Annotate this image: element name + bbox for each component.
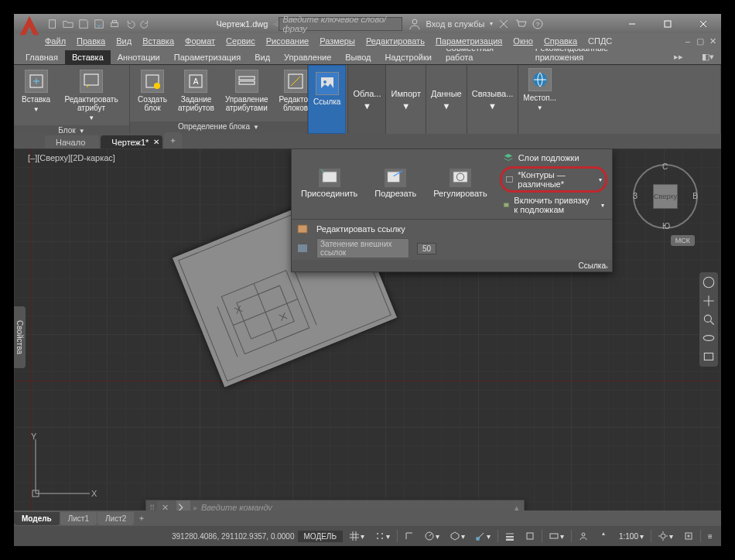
insert-block-button[interactable]: Вставка▼: [17, 67, 55, 125]
create-block-button[interactable]: Создать блок: [133, 67, 172, 121]
ref-link-tab[interactable]: Связыва...▼: [467, 65, 518, 134]
status-annoscale-icon[interactable]: [595, 530, 612, 542]
frames-vary-button[interactable]: *Контуры — различные* ▾: [500, 166, 607, 193]
menu-draw[interactable]: Рисование: [262, 35, 313, 47]
viewcube-w[interactable]: З: [633, 192, 638, 200]
user-icon[interactable]: [409, 18, 421, 30]
status-tpy-icon[interactable]: [521, 530, 538, 542]
menu-insert[interactable]: Вставка: [138, 35, 179, 47]
nav-orbit-icon[interactable]: [702, 331, 716, 345]
qat-save-icon[interactable]: [77, 18, 90, 30]
mdi-minimize-icon[interactable]: –: [682, 36, 693, 46]
reference-button[interactable]: Ссылка: [308, 65, 346, 134]
status-snap-icon[interactable]: ▾: [371, 530, 394, 542]
viewcube-n[interactable]: С: [662, 162, 668, 171]
menu-modify[interactable]: Редактировать: [361, 35, 429, 47]
xref-fade-value[interactable]: 50: [417, 243, 436, 254]
status-customize-icon[interactable]: ≡: [704, 531, 716, 542]
snap-underlay-button[interactable]: Включить привязку к подложкам ▾: [500, 194, 607, 216]
menu-dim[interactable]: Размеры: [315, 35, 360, 47]
wcs-badge[interactable]: МСК: [671, 235, 695, 246]
qat-saveas-icon[interactable]: [93, 18, 105, 30]
status-coords[interactable]: 391280.4086, 291102.9357, 0.0000: [172, 532, 295, 541]
tab-view[interactable]: Вид: [248, 50, 277, 64]
mdi-restore-icon[interactable]: ▢: [695, 36, 706, 46]
ribbon-expand-icon[interactable]: ◧▾: [695, 50, 721, 64]
menu-param[interactable]: Параметризация: [431, 35, 507, 47]
edit-reference-button[interactable]: Редактировать ссылку: [316, 224, 405, 234]
panel-blockdef-title[interactable]: Определение блока▼: [130, 121, 307, 134]
tab-output[interactable]: Вывод: [338, 50, 378, 64]
reference-panel-title[interactable]: Ссылка↘: [292, 260, 612, 271]
signin-link[interactable]: Вход в службы: [426, 19, 484, 29]
tab-insert[interactable]: Вставка: [65, 50, 111, 64]
status-lwt-icon[interactable]: [501, 530, 518, 542]
status-iso-icon[interactable]: ▾: [446, 530, 469, 542]
minimize-button[interactable]: [614, 14, 650, 33]
manage-attrs-button[interactable]: Управление атрибутами: [220, 67, 273, 121]
status-plus-icon[interactable]: [680, 530, 697, 542]
app-logo[interactable]: [19, 15, 40, 36]
status-model-button[interactable]: МОДЕЛЬ: [298, 531, 343, 542]
status-ortho-icon[interactable]: [401, 530, 418, 542]
help-icon[interactable]: ?: [532, 18, 544, 30]
viewcube[interactable]: Сверху С Ю В З: [633, 164, 698, 229]
adjust-button[interactable]: Регулировать: [429, 166, 491, 201]
location-button[interactable]: Местоп...▼: [518, 65, 561, 134]
close-button[interactable]: [685, 14, 721, 33]
edit-attribute-button[interactable]: Редактировать атрибут▼: [56, 67, 126, 125]
nav-pan-icon[interactable]: [702, 294, 716, 308]
menu-view[interactable]: Вид: [111, 35, 136, 47]
tab-manage[interactable]: Управление: [277, 50, 338, 64]
status-scale[interactable]: 1:100▾: [615, 531, 648, 542]
menu-file[interactable]: Файл: [40, 35, 70, 47]
maximize-button[interactable]: [650, 14, 685, 33]
layout-tab-add[interactable]: ＋: [135, 513, 149, 524]
clip-button[interactable]: Подрезать: [370, 166, 421, 201]
ribbon-play-icon[interactable]: ▸▸: [667, 50, 690, 64]
qat-undo-icon[interactable]: [124, 18, 136, 30]
status-polar-icon[interactable]: ▾: [421, 530, 443, 542]
viewcube-s[interactable]: Ю: [662, 222, 670, 230]
qat-redo-icon[interactable]: [139, 18, 152, 30]
qat-print-icon[interactable]: [108, 18, 121, 30]
menu-help[interactable]: Справка: [539, 35, 582, 47]
properties-palette-tab[interactable]: Свойства: [14, 306, 26, 368]
doctab-start[interactable]: Начало: [45, 135, 99, 149]
layout-tab-sheet2[interactable]: Лист2: [97, 512, 134, 525]
viewport-label[interactable]: [–][Сверху][2D-каркас]: [28, 153, 115, 162]
ref-import-tab[interactable]: Импорт▼: [385, 65, 425, 134]
tab-annotate[interactable]: Аннотации: [111, 50, 167, 64]
status-qp-icon[interactable]: ▾: [545, 530, 568, 542]
define-attrs-button[interactable]: AЗадание атрибутов: [173, 67, 219, 121]
tab-param[interactable]: Параметризация: [167, 50, 248, 64]
tab-home[interactable]: Главная: [19, 50, 65, 64]
mdi-close-icon[interactable]: ✕: [707, 36, 718, 46]
underlay-layers-button[interactable]: Слои подложки: [500, 151, 607, 165]
search-input[interactable]: Введите ключевое слово/фразу: [279, 17, 402, 31]
layout-tab-model[interactable]: Модель: [14, 512, 60, 525]
doctab-close-icon[interactable]: ✕: [153, 138, 159, 146]
viewcube-top-face[interactable]: Сверху: [653, 184, 678, 209]
menu-tools[interactable]: Сервис: [221, 35, 260, 47]
ref-data-tab[interactable]: Данные▼: [426, 65, 467, 134]
status-people-icon[interactable]: [575, 530, 592, 542]
qat-new-icon[interactable]: [46, 18, 59, 30]
qat-open-icon[interactable]: [62, 18, 74, 30]
menu-spds[interactable]: СПДС: [583, 35, 617, 47]
menu-format[interactable]: Формат: [180, 35, 220, 47]
ref-cloud-tab[interactable]: Обла...▼: [347, 65, 385, 134]
panel-launcher-icon[interactable]: ↘: [603, 262, 609, 270]
viewcube-e[interactable]: В: [692, 192, 698, 200]
menu-window[interactable]: Окно: [508, 35, 538, 47]
tab-addins[interactable]: Надстройки: [378, 50, 439, 64]
nav-zoom-icon[interactable]: [702, 312, 716, 326]
layout-tab-sheet1[interactable]: Лист1: [60, 512, 97, 525]
exchange-icon[interactable]: [497, 18, 510, 30]
status-grid-icon[interactable]: ▾: [346, 530, 368, 542]
status-osnap-icon[interactable]: ▾: [472, 530, 494, 542]
cart-icon[interactable]: [514, 18, 527, 30]
doctab-add[interactable]: ＋: [164, 132, 182, 149]
status-gear-icon[interactable]: ▾: [655, 530, 677, 542]
nav-wheel-icon[interactable]: [702, 275, 716, 289]
